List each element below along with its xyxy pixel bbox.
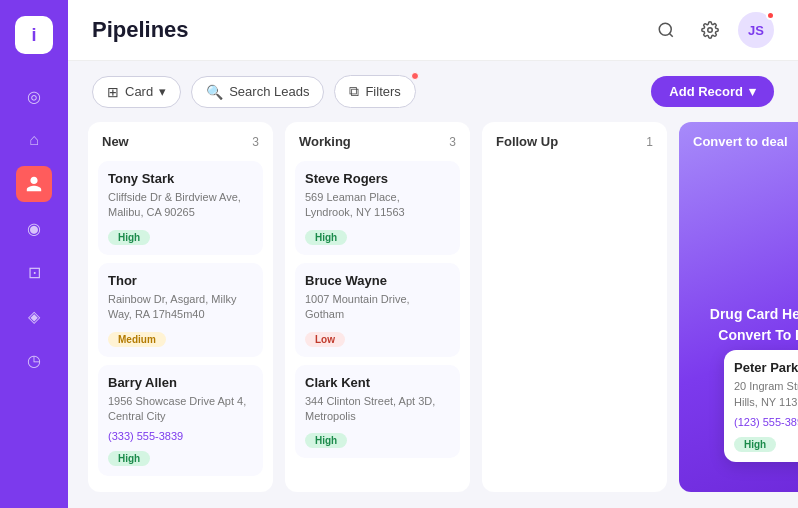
card-address: 20 Ingram Street in Forest Hills, NY 113… — [734, 379, 798, 410]
drag-hint-text: Drug Card Here To Convert To Deal — [702, 304, 799, 346]
search-leads-icon: 🔍 — [206, 84, 223, 100]
card-name: Thor — [108, 273, 253, 288]
sidebar-icon-bag[interactable]: ⊡ — [16, 254, 52, 290]
user-avatar[interactable]: JS — [738, 12, 774, 48]
column-follow-up-header: Follow Up 1 — [482, 122, 667, 157]
search-button[interactable] — [650, 14, 682, 46]
card-address: Cliffside Dr & Birdview Ave, Malibu, CA … — [108, 190, 253, 221]
notification-dot — [766, 11, 775, 20]
search-leads-button[interactable]: 🔍 Search Leads — [191, 76, 324, 108]
column-follow-up-title: Follow Up — [496, 134, 558, 149]
card-steve-rogers[interactable]: Steve Rogers 569 Leaman Place, Lyndrook,… — [295, 161, 460, 255]
sidebar-icon-chat[interactable]: ◈ — [16, 298, 52, 334]
column-new-header: New 3 — [88, 122, 273, 157]
filter-icon: ⧉ — [349, 83, 359, 100]
card-badge: Medium — [108, 332, 166, 347]
card-badge: High — [108, 230, 150, 245]
chevron-down-icon: ▾ — [159, 84, 166, 99]
card-icon: ⊞ — [107, 84, 119, 100]
card-name: Peter Parker — [734, 360, 798, 375]
column-follow-up-count: 1 — [646, 135, 653, 149]
card-address: 344 Clinton Street, Apt 3D, Metropolis — [305, 394, 450, 425]
sidebar-icon-home[interactable]: ⌂ — [16, 122, 52, 158]
card-badge: High — [108, 451, 150, 466]
card-badge: High — [305, 433, 347, 448]
page-title: Pipelines — [92, 17, 189, 43]
column-convert-wrapper: Convert to deal Drug Card Here To Conver… — [679, 122, 798, 492]
filter-button-wrap: ⧉ Filters — [334, 75, 415, 108]
main-content: Pipelines JS ⊞ Card ▾ — [68, 0, 798, 508]
card-bruce-wayne[interactable]: Bruce Wayne 1007 Mountain Drive, Gotham … — [295, 263, 460, 357]
column-new-body: Tony Stark Cliffside Dr & Birdview Ave, … — [88, 157, 273, 492]
svg-point-0 — [659, 23, 671, 35]
header-actions: JS — [650, 12, 774, 48]
column-working-title: Working — [299, 134, 351, 149]
toolbar: ⊞ Card ▾ 🔍 Search Leads ⧉ Filters Add Re… — [68, 61, 798, 122]
card-badge: High — [305, 230, 347, 245]
svg-line-1 — [669, 33, 672, 36]
sidebar: i ◎ ⌂ ◉ ⊡ ◈ ◷ — [0, 0, 68, 508]
card-thor[interactable]: Thor Rainbow Dr, Asgard, Milky Way, RA 1… — [98, 263, 263, 357]
add-record-button[interactable]: Add Record ▾ — [651, 76, 774, 107]
sidebar-icon-contacts[interactable] — [16, 166, 52, 202]
column-working-header: Working 3 — [285, 122, 470, 157]
card-badge: Low — [305, 332, 345, 347]
column-convert-title: Convert to deal — [693, 134, 788, 149]
card-barry-allen[interactable]: Barry Allen 1956 Showcase Drive Apt 4, C… — [98, 365, 263, 477]
column-follow-up: Follow Up 1 — [482, 122, 667, 492]
settings-button[interactable] — [694, 14, 726, 46]
app-logo: i — [15, 16, 53, 54]
card-address: Rainbow Dr, Asgard, Milky Way, RA 17h45m… — [108, 292, 253, 323]
column-new-title: New — [102, 134, 129, 149]
column-follow-up-body — [482, 157, 667, 492]
svg-point-2 — [708, 28, 713, 33]
sidebar-icon-globe[interactable]: ◉ — [16, 210, 52, 246]
column-new: New 3 Tony Stark Cliffside Dr & Birdview… — [88, 122, 273, 492]
card-name: Bruce Wayne — [305, 273, 450, 288]
column-convert-header: Convert to deal — [679, 122, 798, 157]
sidebar-icon-clock[interactable]: ◷ — [16, 342, 52, 378]
card-name: Clark Kent — [305, 375, 450, 390]
card-peter-parker[interactable]: Peter Parker 20 Ingram Street in Forest … — [724, 350, 798, 462]
header: Pipelines JS — [68, 0, 798, 61]
column-working-count: 3 — [449, 135, 456, 149]
card-phone: (123) 555-3890 — [734, 416, 798, 428]
card-view-button[interactable]: ⊞ Card ▾ — [92, 76, 181, 108]
card-badge: High — [734, 437, 776, 452]
card-name: Steve Rogers — [305, 171, 450, 186]
sidebar-icon-compass[interactable]: ◎ — [16, 78, 52, 114]
filter-active-dot — [411, 72, 419, 80]
column-working-body: Steve Rogers 569 Leaman Place, Lyndrook,… — [285, 157, 470, 492]
chevron-down-icon: ▾ — [749, 84, 756, 99]
card-address: 569 Leaman Place, Lyndrook, NY 11563 — [305, 190, 450, 221]
filters-button[interactable]: ⧉ Filters — [334, 75, 415, 108]
card-name: Tony Stark — [108, 171, 253, 186]
card-phone: (333) 555-3839 — [108, 430, 253, 442]
card-clark-kent[interactable]: Clark Kent 344 Clinton Street, Apt 3D, M… — [295, 365, 460, 459]
column-new-count: 3 — [252, 135, 259, 149]
card-name: Barry Allen — [108, 375, 253, 390]
column-working: Working 3 Steve Rogers 569 Leaman Place,… — [285, 122, 470, 492]
card-tony-stark[interactable]: Tony Stark Cliffside Dr & Birdview Ave, … — [98, 161, 263, 255]
card-address: 1956 Showcase Drive Apt 4, Central City — [108, 394, 253, 425]
card-address: 1007 Mountain Drive, Gotham — [305, 292, 450, 323]
kanban-board: New 3 Tony Stark Cliffside Dr & Birdview… — [68, 122, 798, 508]
